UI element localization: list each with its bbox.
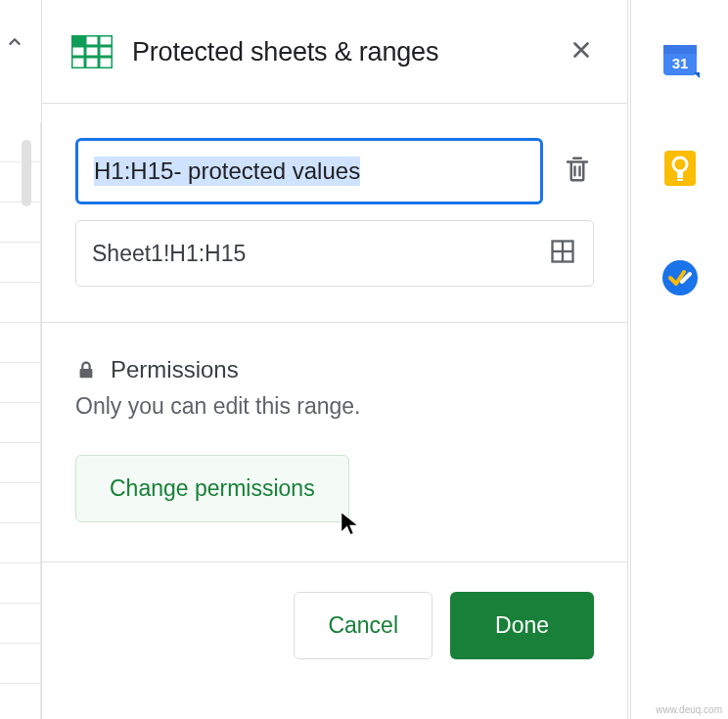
- panel-footer: Cancel Done: [42, 562, 627, 689]
- permissions-header: Permissions: [75, 356, 594, 383]
- sheets-icon: [71, 35, 113, 68]
- close-icon: [569, 37, 594, 63]
- keep-app-button[interactable]: [660, 149, 700, 192]
- svg-rect-9: [80, 369, 93, 378]
- spreadsheet-edge: [0, 122, 41, 719]
- close-button[interactable]: [565, 33, 598, 70]
- permissions-section: Permissions Only you can edit this range…: [42, 323, 627, 562]
- tasks-icon: [660, 258, 700, 297]
- trash-icon: [563, 153, 592, 186]
- calendar-app-button[interactable]: 31: [660, 39, 700, 82]
- side-rail: 31: [630, 0, 728, 719]
- change-permissions-label: Change permissions: [110, 475, 315, 501]
- description-row: H1:H15- protected values: [75, 138, 594, 204]
- svg-rect-11: [663, 45, 697, 54]
- delete-button[interactable]: [561, 151, 594, 192]
- calendar-icon: 31: [660, 39, 700, 78]
- permissions-title: Permissions: [111, 356, 239, 383]
- collapse-chevron-icon[interactable]: [0, 31, 27, 57]
- range-input[interactable]: [75, 220, 594, 287]
- cursor-icon: [339, 510, 362, 537]
- svg-text:31: 31: [671, 55, 688, 71]
- description-input[interactable]: H1:H15- protected values: [75, 138, 543, 204]
- grid-icon: [549, 238, 576, 265]
- cancel-button[interactable]: Cancel: [294, 592, 432, 659]
- keep-icon: [660, 149, 700, 188]
- svg-rect-16: [677, 179, 683, 181]
- description-text: H1:H15- protected values: [94, 157, 360, 186]
- lock-icon: [75, 357, 97, 382]
- range-row: [75, 220, 594, 287]
- svg-rect-5: [71, 35, 85, 46]
- tasks-app-button[interactable]: [660, 258, 700, 301]
- svg-rect-15: [677, 170, 683, 178]
- change-permissions-button[interactable]: Change permissions: [75, 455, 349, 522]
- permissions-description: Only you can edit this range.: [75, 393, 594, 420]
- panel-header: Protected sheets & ranges: [42, 0, 627, 104]
- watermark: www.deuq.com: [656, 704, 722, 715]
- select-range-button[interactable]: [549, 238, 576, 269]
- done-button[interactable]: Done: [450, 592, 594, 659]
- panel-title: Protected sheets & ranges: [132, 37, 565, 67]
- protected-ranges-panel: Protected sheets & ranges H1:H15- protec…: [41, 0, 628, 719]
- panel-body: H1:H15- protected values: [42, 104, 627, 323]
